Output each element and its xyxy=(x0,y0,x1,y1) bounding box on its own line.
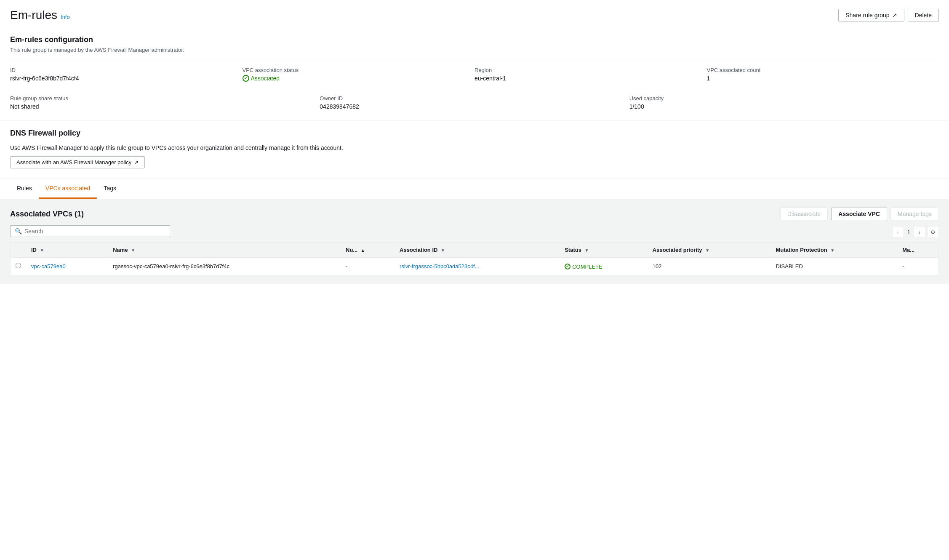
row-priority-cell: 102 xyxy=(648,258,771,275)
associated-check-icon: ✓ xyxy=(243,75,249,82)
field-rule-share: Rule group share status Not shared xyxy=(10,95,320,110)
tabs-bar: Rules VPCs associated Tags xyxy=(0,179,949,199)
delete-button[interactable]: Delete xyxy=(908,9,939,21)
table-title-group: Associated VPCs (1) xyxy=(10,210,84,219)
page-title: Em-rules xyxy=(10,8,57,22)
status-badge: ✓ COMPLETE xyxy=(565,264,602,270)
associate-firewall-manager-button[interactable]: Associate with an AWS Firewall Manager p… xyxy=(10,156,145,168)
col-name-header[interactable]: Name ▼ xyxy=(108,243,341,258)
page-wrapper: Em-rules Info Share rule group ↗ Delete … xyxy=(0,0,949,560)
status-check-icon: ✓ xyxy=(565,264,570,269)
col-id-header[interactable]: ID ▼ xyxy=(26,243,108,258)
tab-rules[interactable]: Rules xyxy=(10,179,39,199)
col-association-id-sort-icon: ▼ xyxy=(441,248,445,253)
disassociate-button: Disassociate xyxy=(780,208,828,220)
config-section: Em-rules configuration This rule group i… xyxy=(0,27,949,120)
page-title-group: Em-rules Info xyxy=(10,8,70,22)
field-used-capacity-label: Used capacity xyxy=(629,95,939,101)
search-icon: 🔍 xyxy=(15,228,22,235)
table-header-row: Associated VPCs (1) Disassociate Associa… xyxy=(10,208,939,220)
field-used-capacity: Used capacity 1/100 xyxy=(629,95,939,110)
config-section-title: Em-rules configuration xyxy=(10,35,939,44)
col-mutation-protection-sort-icon: ▼ xyxy=(830,248,834,253)
prev-page-button[interactable]: ‹ xyxy=(892,226,904,238)
col-select xyxy=(11,243,27,258)
search-bar[interactable]: 🔍 xyxy=(10,225,170,237)
page-header: Em-rules Info Share rule group ↗ Delete xyxy=(0,0,949,27)
row-ma-cell: - xyxy=(897,258,938,275)
table-header-row-el: ID ▼ Name ▼ Nu... ▲ Association ID ▼ xyxy=(11,243,939,258)
row-id-cell: vpc-ca579ea0 xyxy=(26,258,108,275)
config-info-grid-row2: Rule group share status Not shared Owner… xyxy=(10,95,939,110)
col-status-header[interactable]: Status ▼ xyxy=(560,243,648,258)
row-mutation-cell: DISABLED xyxy=(771,258,898,275)
field-id: ID rslvr-frg-6c6e3f8b7d7f4cf4 xyxy=(10,67,243,82)
col-status-sort-icon: ▼ xyxy=(585,248,589,253)
table-title: Associated VPCs (1) xyxy=(10,210,84,218)
field-id-label: ID xyxy=(10,67,243,73)
col-id-sort-icon: ▼ xyxy=(40,248,44,253)
row-radio[interactable] xyxy=(16,263,21,268)
col-num-sort-icon: ▲ xyxy=(361,248,365,253)
header-actions: Share rule group ↗ Delete xyxy=(838,9,939,21)
dns-policy-title: DNS Firewall policy xyxy=(10,129,939,138)
field-rule-share-value: Not shared xyxy=(10,103,320,110)
config-section-subtitle: This rule group is managed by the AWS Fi… xyxy=(10,47,939,53)
next-page-button[interactable]: › xyxy=(914,226,925,238)
associate-vpc-button[interactable]: Associate VPC xyxy=(831,208,887,220)
config-info-grid-row1: ID rslvr-frg-6c6e3f8b7d7f4cf4 VPC associ… xyxy=(10,67,939,82)
info-link[interactable]: Info xyxy=(61,14,70,20)
external-link-icon-2: ↗ xyxy=(134,159,139,165)
dns-policy-description: Use AWS Firewall Manager to apply this r… xyxy=(10,144,939,151)
col-mutation-protection-header[interactable]: Mutation Protection ▼ xyxy=(771,243,898,258)
col-associated-priority-sort-icon: ▼ xyxy=(705,248,709,253)
field-id-value: rslvr-frg-6c6e3f8b7d7f4cf4 xyxy=(10,75,243,82)
field-owner-id: Owner ID 042839847682 xyxy=(320,95,629,110)
table-settings-button[interactable]: ⚙ xyxy=(927,226,939,238)
pagination-row: ‹ 1 › ⚙ xyxy=(892,226,939,238)
field-vpc-status: VPC association status ✓ Associated xyxy=(243,67,475,82)
col-num-header[interactable]: Nu... ▲ xyxy=(341,243,395,258)
search-input[interactable] xyxy=(24,228,165,235)
field-vpc-count-label: VPC associated count xyxy=(707,67,939,73)
row-association-id-cell: rslvr-frgassoc-5bbc0ada523c4f... xyxy=(395,258,560,275)
field-owner-id-value: 042839847682 xyxy=(320,103,629,110)
col-associated-priority-header[interactable]: Associated priority ▼ xyxy=(648,243,771,258)
search-pagination-row: 🔍 ‹ 1 › ⚙ xyxy=(10,225,939,242)
dns-policy-section: DNS Firewall policy Use AWS Firewall Man… xyxy=(0,120,949,179)
col-name-sort-icon: ▼ xyxy=(131,248,135,253)
field-region-value: eu-central-1 xyxy=(474,75,707,82)
row-status-cell: ✓ COMPLETE xyxy=(560,258,648,275)
config-divider-top xyxy=(10,60,939,60)
external-link-icon: ↗ xyxy=(892,12,897,19)
row-id-link[interactable]: vpc-ca579ea0 xyxy=(31,263,66,269)
tab-vpcs-associated[interactable]: VPCs associated xyxy=(39,179,97,199)
field-vpc-count: VPC associated count 1 xyxy=(707,67,939,82)
field-region-label: Region xyxy=(474,67,707,73)
share-rule-group-button[interactable]: Share rule group ↗ xyxy=(838,9,904,21)
field-vpc-status-label: VPC association status xyxy=(243,67,475,73)
page-number: 1 xyxy=(906,229,912,235)
col-ma-header: Ma... xyxy=(897,243,938,258)
row-num-cell: - xyxy=(341,258,395,275)
row-association-id-link[interactable]: rslvr-frgassoc-5bbc0ada523c4f... xyxy=(400,263,479,269)
tab-tags[interactable]: Tags xyxy=(97,179,123,199)
row-name-cell: rgassoc-vpc-ca579ea0-rslvr-frg-6c6e3f8b7… xyxy=(108,258,341,275)
field-used-capacity-value: 1/100 xyxy=(629,103,939,110)
field-vpc-count-value: 1 xyxy=(707,75,939,82)
manage-tags-button: Manage tags xyxy=(890,208,939,220)
field-owner-id-label: Owner ID xyxy=(320,95,629,101)
field-region: Region eu-central-1 xyxy=(474,67,707,82)
field-rule-share-label: Rule group share status xyxy=(10,95,320,101)
table-actions: Disassociate Associate VPC Manage tags xyxy=(780,208,939,220)
row-select-cell[interactable] xyxy=(11,258,27,275)
table-row: vpc-ca579ea0 rgassoc-vpc-ca579ea0-rslvr-… xyxy=(11,258,939,275)
vpcs-data-table: ID ▼ Name ▼ Nu... ▲ Association ID ▼ xyxy=(10,242,939,275)
vpcs-table-section: Associated VPCs (1) Disassociate Associa… xyxy=(0,199,949,284)
field-vpc-status-value: ✓ Associated xyxy=(243,75,475,82)
col-association-id-header[interactable]: Association ID ▼ xyxy=(395,243,560,258)
